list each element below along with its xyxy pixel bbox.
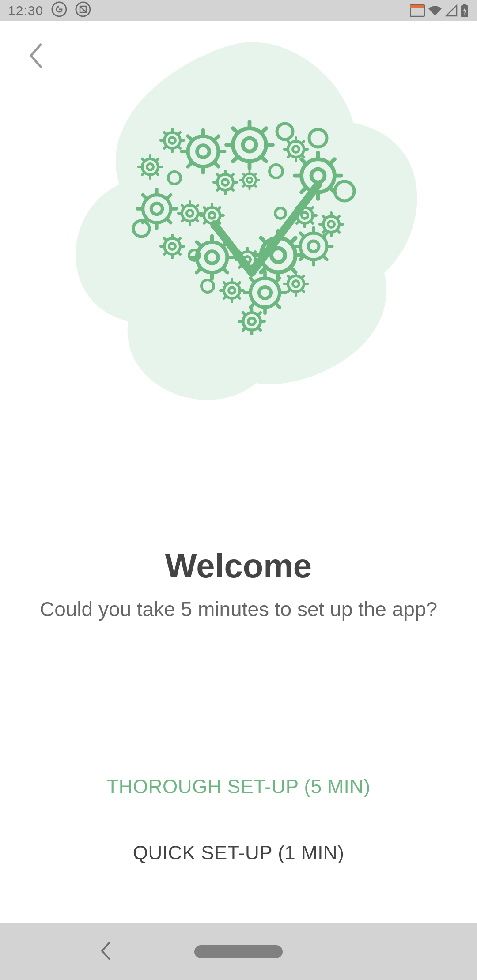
quick-setup-button[interactable]: QUICK SET-UP (1 MIN) xyxy=(0,833,477,873)
welcome-block: Welcome Could you take 5 minutes to set … xyxy=(0,547,477,621)
battery-icon xyxy=(460,4,469,18)
app-content: Welcome Could you take 5 minutes to set … xyxy=(0,21,477,923)
status-time: 12:30 xyxy=(8,3,43,18)
back-button[interactable] xyxy=(22,43,49,70)
welcome-title: Welcome xyxy=(0,547,477,585)
app-notification-icon xyxy=(75,1,91,20)
wifi-icon xyxy=(428,4,443,17)
status-bar: 12:30 xyxy=(0,0,477,21)
status-left: 12:30 xyxy=(8,1,91,20)
system-back-button[interactable] xyxy=(99,941,112,962)
signal-icon xyxy=(445,4,458,17)
setup-illustration xyxy=(49,39,428,418)
home-pill[interactable] xyxy=(194,945,283,958)
thorough-setup-button[interactable]: THOROUGH SET-UP (5 MIN) xyxy=(0,767,477,807)
chevron-left-icon xyxy=(27,43,43,70)
svg-rect-6 xyxy=(463,4,466,6)
cast-icon xyxy=(410,4,425,17)
welcome-subtitle: Could you take 5 minutes to set up the a… xyxy=(0,597,477,621)
setup-options: THOROUGH SET-UP (5 MIN) QUICK SET-UP (1 … xyxy=(0,767,477,873)
status-right xyxy=(410,4,469,18)
svg-rect-4 xyxy=(410,5,424,8)
chevron-left-icon xyxy=(99,954,112,962)
system-nav-bar xyxy=(0,923,477,980)
google-icon xyxy=(51,1,67,20)
